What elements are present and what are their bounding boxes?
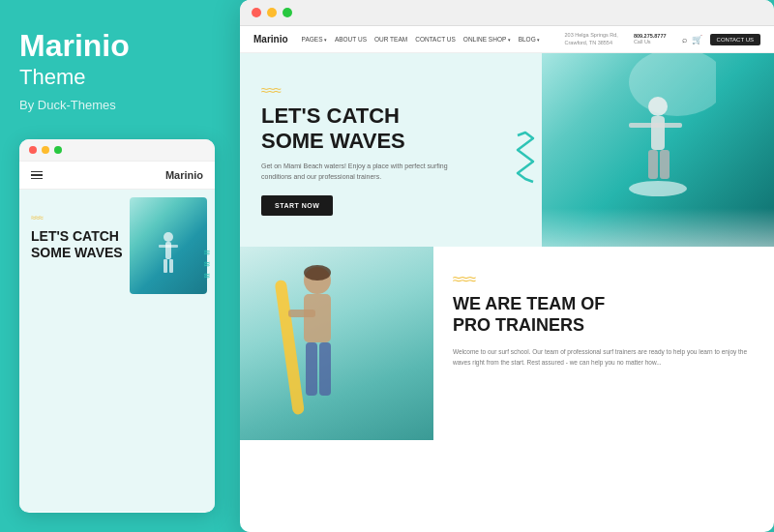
hero-zigzag-decoration: ≈≈≈ bbox=[261, 82, 491, 98]
browser-dot-red bbox=[252, 8, 261, 17]
nav-address-line2: Crawford, TN 38554 bbox=[565, 40, 618, 47]
nav-link-contact[interactable]: CONTACT US bbox=[415, 36, 456, 43]
mini-dot-green bbox=[54, 146, 62, 154]
svg-point-5 bbox=[629, 53, 716, 116]
mini-wave-image bbox=[130, 197, 207, 294]
svg-rect-4 bbox=[169, 259, 173, 273]
nav-icons: ⌕ 🛒 bbox=[682, 35, 702, 44]
svg-rect-15 bbox=[304, 294, 331, 342]
theme-title: Marinio bbox=[19, 29, 215, 63]
second-section-image bbox=[240, 247, 433, 440]
svg-rect-11 bbox=[660, 150, 670, 179]
browser-bar bbox=[240, 0, 774, 26]
second-section-text: ≈≈≈ WE ARE TEAM OF PRO TRAINERS Welcome … bbox=[433, 247, 774, 440]
site-nav-logo: Marinio bbox=[253, 34, 288, 44]
mini-surfer-icon bbox=[149, 231, 188, 289]
site-nav: Marinio PAGES ABOUT US OUR TEAM CONTACT … bbox=[240, 26, 774, 53]
second-section-description: Welcome to our surf school. Our team of … bbox=[453, 346, 755, 368]
mini-nav: Marinio bbox=[19, 162, 215, 190]
hero-section: ≈≈≈ LET'S CATCH SOME WAVES Get on Miami … bbox=[240, 53, 774, 247]
svg-rect-8 bbox=[629, 123, 658, 128]
mini-nav-logo: Marinio bbox=[165, 169, 203, 181]
nav-link-team[interactable]: OUR TEAM bbox=[374, 36, 407, 43]
svg-rect-17 bbox=[288, 310, 315, 317]
right-panel-browser: Marinio PAGES ABOUT US OUR TEAM CONTACT … bbox=[240, 0, 774, 532]
hero-title: LET'S CATCH SOME WAVES bbox=[261, 103, 491, 153]
svg-rect-9 bbox=[655, 123, 682, 128]
mini-browser-bar bbox=[19, 139, 215, 162]
nav-link-blog[interactable]: BLOG bbox=[519, 36, 540, 43]
svg-rect-18 bbox=[306, 342, 317, 396]
second-zigzag-decoration: ≈≈≈ bbox=[453, 271, 755, 288]
theme-author: By Duck-Themes bbox=[19, 98, 215, 112]
nav-link-shop[interactable]: ONLINE SHOP bbox=[463, 36, 511, 43]
svg-rect-16 bbox=[275, 280, 305, 415]
second-section-title: WE ARE TEAM OF PRO TRAINERS bbox=[453, 294, 755, 336]
mini-dot-yellow bbox=[42, 146, 49, 154]
svg-rect-1 bbox=[165, 242, 171, 259]
svg-rect-10 bbox=[648, 150, 658, 179]
mini-wave-bg bbox=[130, 197, 207, 294]
nav-phone-label: Call Us bbox=[634, 39, 667, 46]
hero-image-area bbox=[542, 53, 774, 247]
svg-rect-19 bbox=[319, 342, 331, 396]
surfer-board-icon bbox=[259, 247, 375, 440]
hero-text-area: ≈≈≈ LET'S CATCH SOME WAVES Get on Miami … bbox=[240, 53, 511, 247]
mini-browser-preview: Marinio bbox=[19, 139, 215, 513]
mini-wave-decoration: ≋≋≋ bbox=[203, 248, 211, 281]
wave-foam bbox=[542, 208, 774, 247]
wave-zigzag-decoration bbox=[516, 131, 537, 188]
mini-hero: ≋≋≋ ≈≈≈ LET'S CATCHSOME WAVES bbox=[19, 190, 215, 261]
mini-dot-red bbox=[29, 146, 37, 154]
hero-description: Get on Miami Beach waters! Enjoy a place… bbox=[261, 161, 455, 182]
cart-icon[interactable]: 🛒 bbox=[692, 35, 702, 44]
theme-subtitle: Theme bbox=[19, 65, 215, 90]
hero-cta-button[interactable]: START NOW bbox=[261, 195, 333, 216]
svg-rect-7 bbox=[651, 116, 665, 150]
nav-address-line1: 203 Helga Springs Rd, bbox=[565, 32, 618, 40]
svg-point-0 bbox=[164, 232, 173, 242]
svg-rect-2 bbox=[159, 245, 178, 248]
nav-link-pages[interactable]: PAGES bbox=[302, 36, 327, 43]
wave-background bbox=[542, 53, 774, 247]
svg-point-6 bbox=[648, 97, 668, 116]
mini-hamburger-icon bbox=[31, 171, 43, 180]
svg-rect-3 bbox=[164, 259, 167, 273]
left-panel: Marinio Theme By Duck-Themes Marinio bbox=[0, 0, 234, 532]
nav-link-about[interactable]: ABOUT US bbox=[335, 36, 367, 43]
svg-point-14 bbox=[304, 265, 331, 281]
second-section: ≈≈≈ WE ARE TEAM OF PRO TRAINERS Welcome … bbox=[240, 247, 774, 440]
browser-dot-yellow bbox=[267, 8, 277, 17]
mini-browser-content: Marinio bbox=[19, 162, 215, 512]
svg-point-12 bbox=[629, 181, 687, 196]
surfer-board-background bbox=[240, 247, 433, 440]
search-icon[interactable]: ⌕ bbox=[682, 35, 687, 44]
browser-dot-green bbox=[283, 8, 292, 17]
contact-us-button[interactable]: CONTACT US bbox=[710, 34, 760, 45]
